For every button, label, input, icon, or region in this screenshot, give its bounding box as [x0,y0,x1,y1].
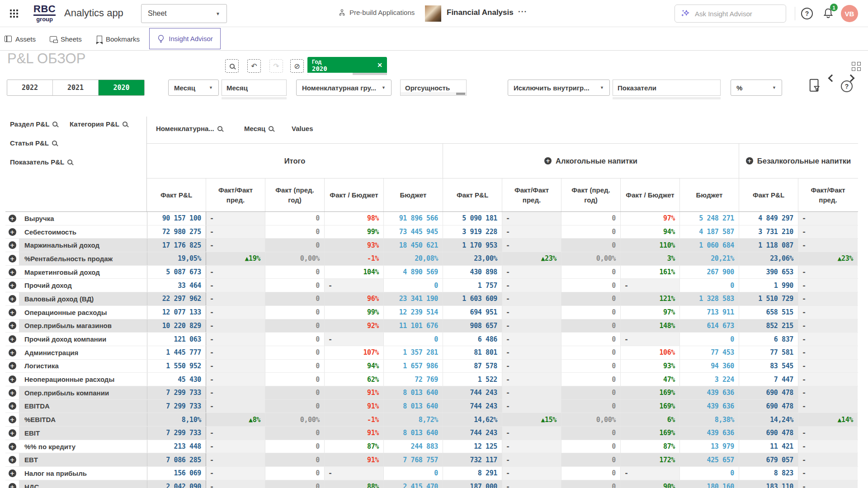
clear-selections-button[interactable]: ⊘ [290,59,304,73]
dimension-pokazatel-pnl[interactable]: Показатель P&L [10,158,72,166]
row-label[interactable]: Опер.прибыль магазинов [19,319,147,333]
year-button-2021[interactable]: 2021 [53,80,99,95]
org-entity-listbox[interactable]: Оргсущность [400,80,467,96]
selections-back-button[interactable]: ↶ [247,59,261,73]
month-listbox-label: Месяц [226,84,248,92]
dimension-month[interactable]: Месяц [244,125,274,132]
row-expand-icon[interactable]: + [9,456,16,464]
row-label[interactable]: %% по кредиту [19,440,147,453]
search-icon[interactable] [52,141,57,145]
app-thumbnail[interactable] [425,5,441,22]
insight-advisor-search[interactable]: Ask Insight Advisor [675,5,786,23]
row-expand-icon[interactable]: + [9,416,16,423]
row-expand-icon[interactable]: + [9,483,16,488]
dimension-razdel-pnl[interactable]: Раздел P&L [10,120,57,128]
user-avatar[interactable]: VB [841,5,858,22]
dimension-statya-pnl[interactable]: Статья P&L [10,139,57,147]
row-label[interactable]: Налог на прибыль [19,467,147,480]
row-label[interactable]: Прочий доход компании [19,333,147,346]
row-label[interactable]: Маржинальный доход [19,239,147,252]
row-label[interactable]: EBT [19,453,147,466]
row-expand-icon[interactable]: + [9,215,16,222]
month-listbox[interactable]: Месяц [222,80,287,96]
row-label[interactable]: Себестоимость [19,225,147,239]
cell: 1 757 [443,279,502,292]
row-expand-icon[interactable]: + [9,241,16,249]
row-label[interactable]: НДС [19,480,147,488]
row-label[interactable]: Прочий доход [19,279,147,292]
prebuild-applications-link[interactable]: Pre-build Applications [338,9,415,16]
search-icon[interactable] [123,122,127,127]
exclude-intragroup-dropdown[interactable]: Исключить внутригр... ▼ [508,80,610,96]
selections-forward-button[interactable]: ↷ [269,59,283,73]
cell: 0 [680,333,739,346]
sheet-select[interactable]: Sheet ▼ [141,4,227,23]
dimension-kategoria-pnl[interactable]: Категория P&L [70,120,127,128]
row-label[interactable]: EBIT [19,427,147,440]
search-icon[interactable] [52,122,57,127]
tab-assets[interactable]: Assets [5,27,36,51]
cell: - [206,453,265,466]
row-label[interactable]: Опер.прибыль компании [19,386,147,399]
row-expand-icon[interactable]: + [9,322,16,329]
month-dropdown[interactable]: Месяц ▼ [168,80,219,96]
row-expand-icon[interactable]: + [9,429,16,437]
row-expand-icon[interactable]: + [9,375,16,383]
cell: ▲23% [798,252,858,265]
help-icon[interactable]: ? [801,8,813,19]
dimension-nomenclature[interactable]: Номенклатурна... [156,125,222,132]
row-expand-icon[interactable]: + [9,228,16,236]
insight-advisor-button[interactable]: Insight Advisor [149,28,221,49]
row-expand-icon[interactable]: + [9,389,16,397]
row-expand-icon[interactable]: + [9,362,16,370]
nomenclature-dropdown[interactable]: Номенклатурная гру... ▼ [296,80,392,96]
row-label[interactable]: Логистика [19,360,147,373]
row-expand-icon[interactable]: + [9,255,16,263]
row-label[interactable]: %Рентабельность продаж [19,252,147,265]
year-button-2022[interactable]: 2022 [7,80,53,95]
percent-dropdown[interactable]: % ▼ [731,80,782,96]
help-icon[interactable]: ? [841,80,853,92]
row-label[interactable]: Администрация [19,346,147,359]
row-label[interactable]: Неоперационные расходы [19,373,147,386]
app-launcher-icon[interactable] [10,9,18,18]
row-label[interactable]: Выручка [19,212,147,225]
row-expand-icon[interactable]: + [9,469,16,477]
search-icon[interactable] [269,126,274,131]
search-icon[interactable] [67,160,72,164]
row-expand-icon[interactable]: + [9,282,16,289]
org-listbox-scrollbar[interactable] [401,92,466,95]
cell: 12 125 [443,440,502,453]
row-expand-icon[interactable]: + [9,349,16,357]
search-icon[interactable] [217,126,222,131]
tab-sheets[interactable]: Sheets [50,27,82,51]
row-label[interactable]: Маркетинговый доход [19,266,147,279]
grid-view-icon[interactable] [852,62,861,71]
selection-chip-year[interactable]: Год 2020 ✕ [307,57,387,75]
month-listbox-scrollbar[interactable] [222,97,287,99]
row-expand-icon[interactable]: + [9,268,16,276]
row-expand-icon[interactable]: + [9,295,16,303]
chip-close-icon[interactable]: ✕ [377,61,382,69]
row-label[interactable]: %EBITDA [19,413,147,426]
row-expand-icon[interactable]: + [9,335,16,343]
tab-bookmarks[interactable]: Bookmarks [97,27,140,51]
row-expand-icon[interactable]: + [9,309,16,316]
row-label[interactable]: Операционные расходы [19,306,147,319]
group-expand-icon[interactable]: + [746,157,753,164]
indicators-listbox[interactable]: Показатели [613,80,721,96]
sheet-select-value: Sheet [148,9,167,18]
year-button-2020[interactable]: 2020 [99,80,144,95]
group-expand-icon[interactable]: + [544,157,552,164]
row-label[interactable]: Валовый доход (ВД) [19,292,147,305]
row-expand-icon[interactable]: + [9,402,16,410]
indicators-listbox-scrollbar[interactable] [613,97,721,99]
cell: 0 [265,292,325,305]
row-label[interactable]: EBITDA [19,400,147,413]
smart-search-selections-button[interactable] [225,59,239,73]
dimension-values[interactable]: Values [292,125,313,132]
filter-document-icon[interactable] [809,79,821,95]
more-options-button[interactable]: ... [518,5,527,14]
row-expand-icon[interactable]: + [9,443,16,450]
table-row: +Опер.прибыль компании7 299 733-091%8 01… [5,386,858,400]
